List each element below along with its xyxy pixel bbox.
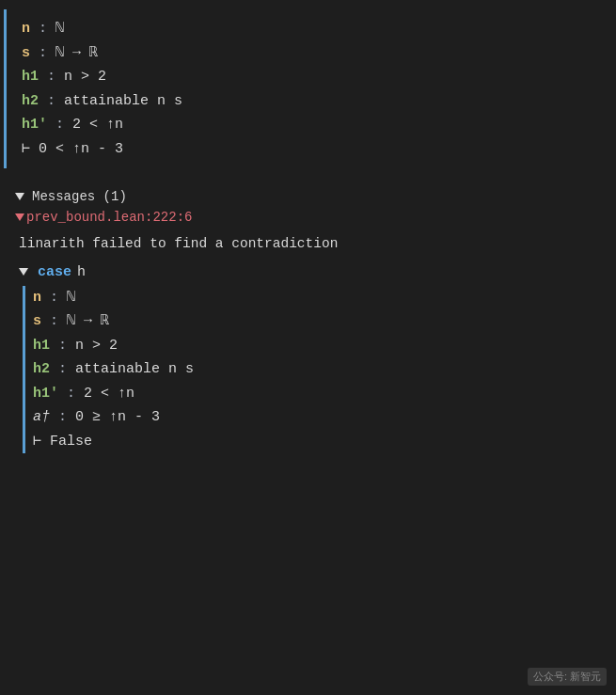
line-n: n : ℕ [22,17,601,41]
hyp-h1p: h1' [22,113,47,137]
turnstile-case: ⊢ [33,430,41,454]
case-var-at: a† [33,405,50,430]
case-line-h1p: h1' : 2 < ↑n [33,382,601,406]
line-h1: h1 : n > 2 [22,65,601,89]
top-context: n : ℕ s : ℕ → ℝ h1 : n > 2 h2 : attainab… [4,9,616,168]
var-n: n [22,17,30,41]
error-location-text: prev_bound.lean:222:6 [26,210,192,225]
case-section: case h n : ℕ s : ℕ → ℝ h1 : n > 2 [19,264,601,454]
case-hyp-h1: h1 [33,334,50,358]
var-s: s [22,41,30,66]
messages-section: Messages (1) prev_bound.lean:222:6 linar… [0,183,616,459]
case-line-s: s : ℕ → ℝ [33,309,601,334]
turnstile-top: ⊢ [22,137,30,162]
divider [0,168,616,183]
line-goal-top: ⊢ 0 < ↑n - 3 [22,137,601,162]
watermark-text: 公众号: 新智元 [533,670,601,684]
main-container: n : ℕ s : ℕ → ℝ h1 : n > 2 h2 : attainab… [0,0,616,695]
hyp-h1: h1 [22,65,39,89]
case-line-goal: ⊢ False [33,430,601,454]
messages-title: Messages (1) [32,189,127,204]
line-h2: h2 : attainable n s [22,89,601,114]
case-header: case h [19,264,601,280]
case-line-h2: h2 : attainable n s [33,357,601,382]
error-location: prev_bound.lean:222:6 [15,210,601,225]
case-var-n: n [33,286,41,310]
case-hyp-h1p: h1' [33,382,58,406]
watermark: 公众号: 新智元 [528,668,607,686]
case-line-n: n : ℕ [33,286,601,310]
messages-header: Messages (1) [15,189,601,204]
line-s: s : ℕ → ℝ [22,41,601,66]
hyp-h2: h2 [22,89,39,114]
case-line-at: a† : 0 ≥ ↑n - 3 [33,405,601,430]
line-h1p: h1' : 2 < ↑n [22,113,601,137]
error-triangle-icon [15,213,24,221]
error-message-text: linarith failed to find a contradiction [19,234,601,255]
case-context: n : ℕ s : ℕ → ℝ h1 : n > 2 h2 : [23,286,601,454]
case-hyp-h2: h2 [33,357,50,382]
watermark-box: 公众号: 新智元 [528,668,607,686]
case-name: h [77,264,86,280]
collapse-triangle-icon[interactable] [15,193,24,200]
case-line-h1: h1 : n > 2 [33,334,601,358]
case-var-s: s [33,309,41,334]
case-triangle-icon[interactable] [19,268,28,276]
case-keyword: case [38,264,71,280]
